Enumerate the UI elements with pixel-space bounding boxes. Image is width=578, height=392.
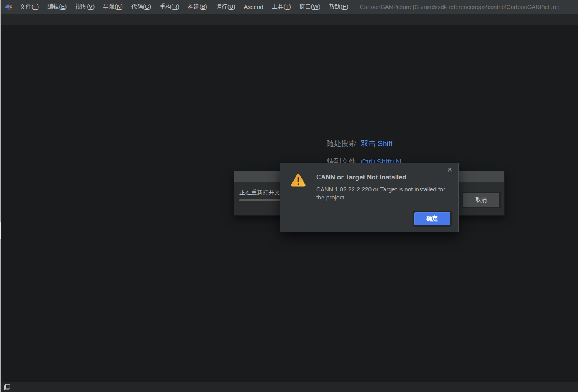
progress-message: 正在重新打开文件 [239,189,286,196]
menu-view[interactable]: 视图(V) [71,0,99,13]
status-bar [0,382,578,392]
hint-keys-label: 双击 Shift [361,139,392,149]
menu-window[interactable]: 窗口(W) [295,0,325,13]
dialog-message: CANN 1.82.22.2.220 or Target is not inst… [316,185,452,201]
menu-bar: 文件(F) 编辑(E) 视图(V) 导航(N) 代码(C) 重构(R) 构建(B… [0,0,578,14]
menu-edit[interactable]: 编辑(E) [43,0,71,13]
menu-file[interactable]: 文件(F) [15,0,43,13]
window-left-edge [0,0,1,392]
toolbar-strip [0,14,578,25]
menu-run[interactable]: 运行(U) [212,0,240,13]
hint-search-everywhere: 随处搜索 双击 Shift [327,139,401,148]
ide-logo-icon [4,2,13,12]
cancel-button[interactable]: 取消 [463,193,499,207]
close-icon[interactable]: ✕ [446,165,454,174]
menu-refactor[interactable]: 重构(R) [155,0,184,13]
menu-ascend[interactable]: Ascend [240,1,268,13]
menu-navigate[interactable]: 导航(N) [99,0,127,13]
menu-help[interactable]: 帮助(H) [325,0,353,13]
hint-action-label: 随处搜索 [327,139,356,149]
ok-button[interactable]: 确定 [414,212,450,225]
tool-window-switcher-icon[interactable] [3,383,11,391]
cann-not-installed-dialog: ✕ CANN or Target Not Installed CANN 1.82… [280,163,459,232]
menu-build[interactable]: 构建(B) [184,0,212,13]
window-left-edge-highlight [0,222,1,239]
dialog-title: CANN or Target Not Installed [316,174,406,181]
ide-window: 文件(F) 编辑(E) 视图(V) 导航(N) 代码(C) 重构(R) 构建(B… [0,0,578,392]
window-title: CartoonGANPicture [G:\mindxsdk-reference… [360,3,559,10]
menu-tools[interactable]: 工具(T) [268,0,295,13]
menu-code[interactable]: 代码(C) [127,0,155,13]
warning-icon [291,173,306,187]
